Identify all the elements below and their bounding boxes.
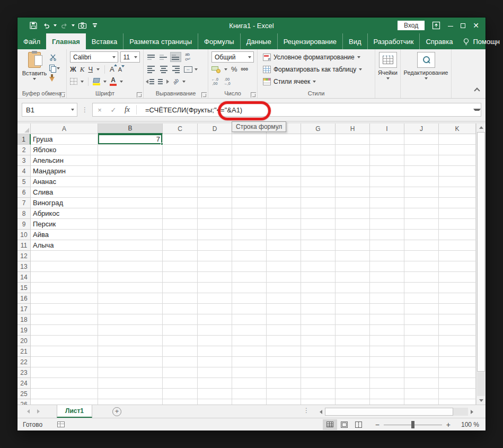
underline-button[interactable]: Ч <box>88 66 93 73</box>
cut-button[interactable] <box>49 52 60 62</box>
cell-J14[interactable] <box>404 272 439 283</box>
cell-A10[interactable]: Айва <box>31 230 98 240</box>
cell-E10[interactable] <box>232 230 267 240</box>
cell-E11[interactable] <box>232 240 267 251</box>
cell-E15[interactable] <box>232 283 267 293</box>
cell-I4[interactable] <box>370 166 404 177</box>
cell-A12[interactable] <box>31 251 98 261</box>
cell-E21[interactable] <box>232 346 267 357</box>
cell-K13[interactable] <box>439 261 476 272</box>
orientation-button[interactable]: ab <box>170 76 181 86</box>
cell-K4[interactable] <box>439 166 476 177</box>
cell-I11[interactable] <box>370 240 404 251</box>
cell-J20[interactable] <box>404 336 439 346</box>
cell-D25[interactable] <box>198 389 232 399</box>
tab-page-layout[interactable]: Разметка страницы <box>123 33 198 49</box>
enter-icon[interactable]: ✓ <box>107 103 120 116</box>
cell-I13[interactable] <box>370 261 404 272</box>
undo-dropdown-icon[interactable] <box>54 24 57 27</box>
tab-file[interactable]: Файл <box>17 33 46 49</box>
cell-G17[interactable] <box>301 304 336 314</box>
row-header-10[interactable]: 10 <box>17 230 31 240</box>
column-header-B[interactable]: B <box>98 124 163 134</box>
cell-J13[interactable] <box>404 261 439 272</box>
borders-icon[interactable] <box>70 78 77 85</box>
cell-J6[interactable] <box>404 187 439 198</box>
cell-C3[interactable] <box>163 155 198 166</box>
cell-A20[interactable] <box>31 336 98 346</box>
cell-I23[interactable] <box>370 367 404 378</box>
cell-I20[interactable] <box>370 336 404 346</box>
cell-B1[interactable]: 7 <box>98 134 163 145</box>
font-name-combo[interactable]: Calibri <box>70 51 118 63</box>
cell-K10[interactable] <box>439 230 476 240</box>
row-header-5[interactable]: 5 <box>17 177 31 187</box>
cell-C2[interactable] <box>163 145 198 155</box>
cell-K21[interactable] <box>439 346 476 357</box>
cell-I26[interactable] <box>370 399 404 405</box>
cell-G3[interactable] <box>301 155 336 166</box>
page-layout-view-button[interactable] <box>337 419 351 430</box>
cell-E5[interactable] <box>232 177 267 187</box>
cell-B8[interactable] <box>98 208 163 219</box>
cell-B23[interactable] <box>98 367 163 378</box>
cell-B2[interactable] <box>98 145 163 155</box>
cell-J17[interactable] <box>404 304 439 314</box>
column-header-I[interactable]: I <box>370 124 404 134</box>
align-bottom-button[interactable] <box>170 52 181 62</box>
cell-H3[interactable] <box>336 155 370 166</box>
cell-B4[interactable] <box>98 166 163 177</box>
cell-K20[interactable] <box>439 336 476 346</box>
cell-J15[interactable] <box>404 283 439 293</box>
cell-G9[interactable] <box>301 219 336 230</box>
cell-C10[interactable] <box>163 230 198 240</box>
cell-D13[interactable] <box>198 261 232 272</box>
cell-B24[interactable] <box>98 378 163 389</box>
cell-B25[interactable] <box>98 389 163 399</box>
cell-I22[interactable] <box>370 357 404 367</box>
number-dialog-launcher-icon[interactable] <box>251 92 256 98</box>
previous-sheet-icon[interactable] <box>27 409 30 414</box>
cell-F9[interactable] <box>267 219 301 230</box>
cell-C6[interactable] <box>163 187 198 198</box>
cell-E26[interactable] <box>232 399 267 405</box>
cell-B7[interactable] <box>98 198 163 208</box>
cell-J12[interactable] <box>404 251 439 261</box>
cell-D26[interactable] <box>198 399 232 405</box>
row-header-3[interactable]: 3 <box>17 155 31 166</box>
cell-H9[interactable] <box>336 219 370 230</box>
cell-I19[interactable] <box>370 325 404 336</box>
clipboard-dialog-launcher-icon[interactable] <box>60 92 65 98</box>
cell-C23[interactable] <box>163 367 198 378</box>
cell-K1[interactable] <box>439 134 476 145</box>
cell-H11[interactable] <box>336 240 370 251</box>
cell-B20[interactable] <box>98 336 163 346</box>
tab-data[interactable]: Данные <box>240 33 277 49</box>
scroll-down-icon[interactable] <box>477 397 485 405</box>
row-header-20[interactable]: 20 <box>17 336 31 346</box>
name-box[interactable]: B1 <box>22 103 77 117</box>
cell-K12[interactable] <box>439 251 476 261</box>
cell-H7[interactable] <box>336 198 370 208</box>
tab-insert[interactable]: Вставка <box>86 33 123 49</box>
cell-E9[interactable] <box>232 219 267 230</box>
cell-B5[interactable] <box>98 177 163 187</box>
cell-C17[interactable] <box>163 304 198 314</box>
cell-K14[interactable] <box>439 272 476 283</box>
zoom-slider[interactable] <box>384 421 442 428</box>
cell-H6[interactable] <box>336 187 370 198</box>
row-header-11[interactable]: 11 <box>17 240 31 251</box>
cell-B14[interactable] <box>98 272 163 283</box>
row-header-7[interactable]: 7 <box>17 198 31 208</box>
row-header-18[interactable]: 18 <box>17 314 31 325</box>
cell-F26[interactable] <box>267 399 301 405</box>
cell-I3[interactable] <box>370 155 404 166</box>
currency-format-icon[interactable] <box>211 66 220 73</box>
cell-D5[interactable] <box>198 177 232 187</box>
row-header-26[interactable]: 26 <box>17 399 31 405</box>
cell-G2[interactable] <box>301 145 336 155</box>
row-header-12[interactable]: 12 <box>17 251 31 261</box>
cell-G20[interactable] <box>301 336 336 346</box>
cell-G22[interactable] <box>301 357 336 367</box>
cell-J10[interactable] <box>404 230 439 240</box>
